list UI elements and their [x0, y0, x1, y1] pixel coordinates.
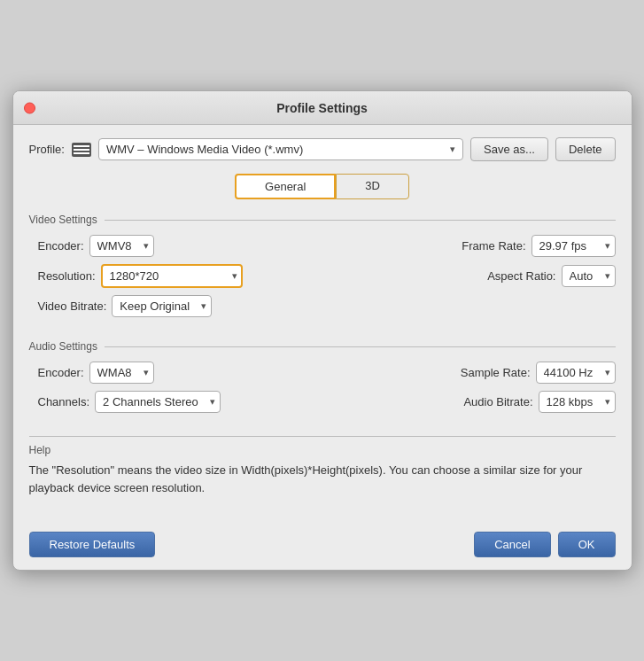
audio-bitrate-row: Audio Bitrate: 64 kbps 128 kbps 192 kbps…: [463, 391, 615, 413]
audio-encoder-label: Encoder:: [38, 366, 84, 379]
video-settings-title: Video Settings: [29, 214, 105, 226]
tab-general[interactable]: General: [235, 174, 336, 199]
svg-rect-3: [74, 152, 89, 154]
svg-rect-2: [74, 149, 89, 151]
video-settings-line: [105, 220, 616, 221]
help-section: Help The "Resolution" means the video si…: [29, 436, 616, 496]
tabs-container: General 3D: [29, 174, 616, 199]
frame-rate-row: Frame Rate: 23.976 fps 25 fps 29.97 fps …: [462, 235, 615, 257]
profile-label: Profile:: [29, 143, 65, 156]
audio-encoder-select-box[interactable]: WMA8 WMA9 MP3 AAC: [89, 362, 154, 384]
channels-select[interactable]: Mono 2 Channels Stereo 5.1 Surround: [95, 391, 221, 413]
aspect-ratio-select-box[interactable]: Auto 4:3 16:9: [562, 265, 616, 287]
channels-select-box[interactable]: Mono 2 Channels Stereo 5.1 Surround: [95, 391, 221, 413]
encoder-select[interactable]: WMV8 WMV9 H.264: [89, 235, 154, 257]
sample-rate-select[interactable]: 22050 Hz 44100 Hz 48000 Hz: [536, 362, 616, 384]
video-settings-header: Video Settings: [29, 214, 616, 226]
sample-rate-label: Sample Rate:: [461, 366, 531, 379]
video-bitrate-label: Video Bitrate:: [38, 299, 107, 313]
aspect-ratio-label: Aspect Ratio:: [487, 269, 555, 283]
encoder-label: Encoder:: [38, 239, 84, 253]
tab-3d[interactable]: 3D: [336, 174, 409, 199]
delete-button[interactable]: Delete: [555, 137, 616, 161]
audio-settings-line: [105, 346, 616, 347]
footer: Restore Defaults Cancel OK: [13, 523, 632, 570]
encoder-select-box[interactable]: WMV8 WMV9 H.264: [89, 235, 154, 257]
audio-encoder-select[interactable]: WMA8 WMA9 MP3 AAC: [89, 362, 154, 384]
titlebar: Profile Settings: [13, 91, 632, 125]
resolution-label: Resolution:: [38, 269, 96, 283]
channels-label: Channels:: [38, 395, 90, 408]
help-title: Help: [29, 444, 616, 456]
frame-rate-select[interactable]: 23.976 fps 25 fps 29.97 fps 30 fps 60 fp…: [531, 235, 616, 257]
profile-dropdown-arrow: ▾: [450, 144, 455, 155]
footer-right: Cancel OK: [474, 532, 615, 557]
resolution-input[interactable]: [101, 264, 243, 288]
cancel-button[interactable]: Cancel: [474, 532, 550, 557]
audio-settings-title: Audio Settings: [29, 340, 105, 353]
restore-defaults-button[interactable]: Restore Defaults: [29, 532, 156, 557]
aspect-ratio-select[interactable]: Auto 4:3 16:9: [562, 265, 616, 287]
video-bitrate-select-box[interactable]: Keep Original 512 kbps 1000 kbps 2000 kb…: [112, 295, 212, 317]
audio-settings-section: Audio Settings Encoder: WMA8 WMA9 MP3 AA…: [29, 340, 616, 413]
main-content: Profile: WMV – Windows Media Video (*.wm…: [13, 125, 632, 523]
help-text: The "Resolution" means the video size in…: [29, 462, 616, 496]
svg-rect-1: [74, 145, 89, 147]
video-settings-section: Video Settings Encoder: WMV8 WMV9 H.264: [29, 214, 616, 317]
audio-encoder-row: Encoder: WMA8 WMA9 MP3 AAC: [38, 362, 154, 384]
video-bitrate-row: Video Bitrate: Keep Original 512 kbps 10…: [38, 295, 213, 317]
window-title: Profile Settings: [276, 101, 368, 115]
audio-bitrate-label: Audio Bitrate:: [463, 395, 532, 408]
aspect-ratio-row: Aspect Ratio: Auto 4:3 16:9: [487, 265, 615, 287]
profile-settings-window: Profile Settings Profile: WMV – Windows …: [12, 90, 632, 571]
channels-row: Channels: Mono 2 Channels Stereo 5.1 Sur…: [38, 391, 221, 413]
profile-icon: [72, 143, 91, 157]
audio-settings-header: Audio Settings: [29, 340, 616, 353]
audio-bitrate-select-box[interactable]: 64 kbps 128 kbps 192 kbps 320 kbps: [539, 391, 616, 413]
save-as-button[interactable]: Save as...: [470, 137, 548, 161]
resolution-row: Resolution:: [38, 264, 243, 288]
audio-bitrate-select[interactable]: 64 kbps 128 kbps 192 kbps 320 kbps: [539, 391, 616, 413]
frame-rate-select-box[interactable]: 23.976 fps 25 fps 29.97 fps 30 fps 60 fp…: [531, 235, 616, 257]
profile-selected-value: WMV – Windows Media Video (*.wmv): [106, 143, 445, 156]
resolution-wrap[interactable]: [101, 264, 243, 288]
profile-dropdown[interactable]: WMV – Windows Media Video (*.wmv) ▾: [98, 138, 463, 160]
wmv-icon: [72, 143, 91, 157]
profile-row: Profile: WMV – Windows Media Video (*.wm…: [29, 137, 616, 161]
video-bitrate-select[interactable]: Keep Original 512 kbps 1000 kbps 2000 kb…: [112, 295, 212, 317]
sample-rate-select-box[interactable]: 22050 Hz 44100 Hz 48000 Hz: [536, 362, 616, 384]
close-button[interactable]: [24, 102, 35, 113]
ok-button[interactable]: OK: [558, 532, 616, 557]
frame-rate-label: Frame Rate:: [462, 239, 525, 253]
encoder-row: Encoder: WMV8 WMV9 H.264: [38, 235, 154, 257]
sample-rate-row: Sample Rate: 22050 Hz 44100 Hz 48000 Hz: [461, 362, 616, 384]
